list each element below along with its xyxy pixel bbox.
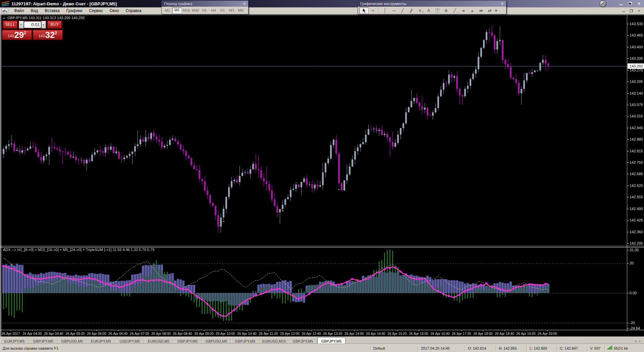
period-button-m1[interactable]: M1 bbox=[163, 8, 172, 13]
clock-orb-icon bbox=[599, 0, 606, 7]
menu-item-сервис[interactable]: Сервис bbox=[86, 8, 106, 14]
menu-bar: ФайлВидВставкаГрафикиСервисОкноСправка × bbox=[0, 7, 644, 14]
drawing-tools-toolbar: Графические инструменты × +│─╱∥≡FAT⋔╱□●▲… bbox=[358, 0, 506, 14]
trade-controls-row: SELL ▼ ▲ BUY bbox=[2, 20, 63, 29]
buy-price-main: 143 bbox=[39, 34, 45, 38]
triangle-tool-icon[interactable]: ▲ bbox=[468, 7, 477, 13]
tools-toolbar-title: Графические инструменты bbox=[360, 2, 406, 6]
buy-price-big: 32 bbox=[45, 31, 55, 39]
period-button-m5[interactable]: M5 bbox=[172, 7, 182, 14]
period-button-m15[interactable]: M15 bbox=[182, 8, 191, 13]
arrows-tool-icon[interactable]: ⇄ bbox=[485, 7, 494, 13]
child-window-controls: × bbox=[621, 9, 644, 13]
chart-tab-gbpjpy-m5[interactable]: GBPJPY,M5 bbox=[173, 338, 202, 345]
app-logo-icon bbox=[1, 1, 9, 7]
channel-tool-icon[interactable]: ∥ bbox=[407, 7, 416, 13]
trade-price-row: 143 29 2 143 32 2 bbox=[2, 30, 63, 40]
menu-item-окно[interactable]: Окно bbox=[106, 8, 122, 14]
chart-tab-gbpjpy-m5[interactable]: GBPJPY,M5 bbox=[231, 338, 260, 345]
period-button-h4[interactable]: H4 bbox=[209, 8, 218, 13]
volume-decrease-button[interactable]: ▼ bbox=[19, 21, 24, 29]
status-low[interactable]: L: 142.809 bbox=[527, 346, 557, 351]
status-connection[interactable]: 552/1 kb bbox=[604, 346, 644, 351]
sell-button[interactable]: SELL bbox=[3, 21, 17, 29]
status-help: Для вызова справки нажмите F1 bbox=[0, 346, 370, 351]
sell-price-display[interactable]: 143 29 2 bbox=[2, 30, 32, 40]
text-tool-icon[interactable]: A bbox=[424, 7, 433, 13]
one-click-trading-panel: SELL ▼ ▲ BUY 143 29 2 143 32 2 bbox=[2, 20, 63, 40]
status-bar: Для вызова справки нажмите F1Default2017… bbox=[0, 344, 644, 352]
period-button-d1[interactable]: D1 bbox=[218, 8, 227, 13]
period-button-w1[interactable]: W1 bbox=[227, 8, 236, 13]
buy-button[interactable]: BUY bbox=[47, 21, 62, 29]
child-close-button[interactable]: × bbox=[637, 9, 641, 13]
period-button-m30[interactable]: M30 bbox=[191, 8, 200, 13]
restore-button[interactable] bbox=[627, 1, 633, 6]
cursor-tool-icon[interactable] bbox=[359, 7, 369, 14]
chart-tab-gbpjpy-m5[interactable]: GBPJPY,M5 bbox=[288, 338, 317, 345]
chart-tab-usdjpy-m5[interactable]: USDJPY,M5 bbox=[115, 338, 144, 345]
status-profile[interactable]: Default bbox=[370, 346, 418, 351]
status-datetime[interactable]: 2017.04.26 14:45 bbox=[418, 346, 465, 351]
horizontal-line-tool-icon[interactable]: ─ bbox=[389, 7, 398, 13]
chart-tab-gbpusd-m5[interactable]: GBPUSD,M5 bbox=[58, 338, 87, 345]
chart-tab-eurusd-m15[interactable]: EURUSD,M15 bbox=[260, 338, 288, 345]
status-open[interactable]: O: 142.814 bbox=[465, 346, 496, 351]
period-button-mn[interactable]: MN bbox=[236, 8, 245, 13]
menu-item-вид[interactable]: Вид bbox=[28, 8, 42, 14]
period-button-h1[interactable]: H1 bbox=[200, 8, 209, 13]
chart-tab-eurjpy-m5[interactable]: EURJPY,M5 bbox=[0, 338, 29, 345]
title-bar: 11297197: Alpari-Demo - Демо Счет - [GBP… bbox=[0, 0, 644, 7]
ellipse-tool-icon[interactable]: ● bbox=[459, 7, 468, 13]
label-tool-icon[interactable]: T bbox=[433, 7, 442, 13]
status-close[interactable]: C: 142.847 bbox=[557, 346, 587, 351]
pitchfork-tool-icon[interactable]: ⋔ bbox=[442, 7, 450, 13]
window-title: 11297197: Alpari-Demo - Демо Счет - [GBP… bbox=[11, 1, 117, 6]
price-chart-canvas[interactable] bbox=[0, 14, 644, 337]
tab-scroll-left-icon[interactable]: ◀ bbox=[634, 340, 636, 343]
close-icon[interactable]: × bbox=[500, 1, 505, 6]
child-minimize-button[interactable] bbox=[621, 9, 626, 13]
close-button[interactable]: × bbox=[636, 1, 642, 6]
chart-tab-gbpusd-m5[interactable]: GBPUSD,M5 bbox=[202, 338, 231, 345]
cycle-lines-tool-icon[interactable]: ╱□ bbox=[450, 7, 459, 13]
tab-scroll-buttons: ◀ ▶ bbox=[634, 340, 641, 343]
chart-tab-eurusd-m5[interactable]: EURUSD,M5 bbox=[144, 338, 173, 345]
fibonacci-tool-icon[interactable]: ≡F bbox=[416, 7, 424, 13]
symbol-marker-icon: ▲ bbox=[3, 16, 5, 19]
network-signal-icon bbox=[607, 346, 612, 350]
sell-price-big: 29 bbox=[14, 31, 24, 39]
period-toolbar: Период графика × M1M5M15M30H1H4D1W1MN bbox=[161, 0, 249, 14]
status-high[interactable]: H: 142.855 bbox=[496, 346, 527, 351]
menu-item-графики[interactable]: Графики bbox=[63, 8, 86, 14]
tools-toolbar-titlebar[interactable]: Графические инструменты × bbox=[358, 1, 506, 7]
chart-window: ▲ GBPJPY,M5 143.311 143.313 143.290 143.… bbox=[0, 14, 644, 337]
volume-input[interactable] bbox=[24, 21, 41, 28]
tools-dropdown-icon[interactable]: ▾ bbox=[494, 7, 498, 13]
chart-tab-eurjpy-m5[interactable]: EURJPY,M5 bbox=[87, 338, 115, 345]
toolbar-separator bbox=[379, 8, 379, 13]
tab-scroll-right-icon[interactable]: ▶ bbox=[639, 340, 641, 343]
trendline-tool-icon[interactable]: ╱ bbox=[398, 7, 407, 13]
period-toolbar-title: Период графика bbox=[164, 2, 192, 6]
child-restore-button[interactable] bbox=[629, 9, 634, 13]
menu-item-файл[interactable]: Файл bbox=[11, 8, 28, 14]
chart-tab-gbpjpy-m5[interactable]: GBPJPY,M5 bbox=[29, 338, 58, 345]
menu-item-вставка[interactable]: Вставка bbox=[41, 8, 63, 14]
crosshair-tool-icon[interactable]: + bbox=[369, 7, 377, 13]
chart-tab-gbpjpy-m5[interactable]: GBPJPY,M5 bbox=[317, 337, 345, 345]
chart-quote-header: ▲ GBPJPY,M5 143.311 143.313 143.290 143.… bbox=[3, 16, 85, 20]
menu-item-справка[interactable]: Справка bbox=[122, 8, 145, 14]
buy-price-display[interactable]: 143 32 2 bbox=[33, 30, 63, 40]
volume-increase-button[interactable]: ▲ bbox=[41, 21, 46, 29]
close-icon[interactable]: × bbox=[242, 1, 247, 6]
vertical-line-tool-icon[interactable]: │ bbox=[381, 7, 389, 13]
minimize-button[interactable] bbox=[618, 1, 624, 6]
rectangle-tool-icon[interactable]: ■ bbox=[477, 7, 485, 13]
sell-price-main: 143 bbox=[8, 34, 14, 38]
chart-quote-text: GBPJPY,M5 143.311 143.313 143.290 143.29… bbox=[7, 16, 85, 20]
status-volume[interactable]: V: 507 bbox=[587, 346, 604, 351]
sell-price-sup: 2 bbox=[24, 31, 26, 35]
chart-tab-bar: EURJPY,M5GBPJPY,M5GBPUSD,M5EURJPY,M5USDJ… bbox=[0, 337, 644, 345]
period-toolbar-titlebar[interactable]: Период графика × bbox=[162, 1, 248, 7]
